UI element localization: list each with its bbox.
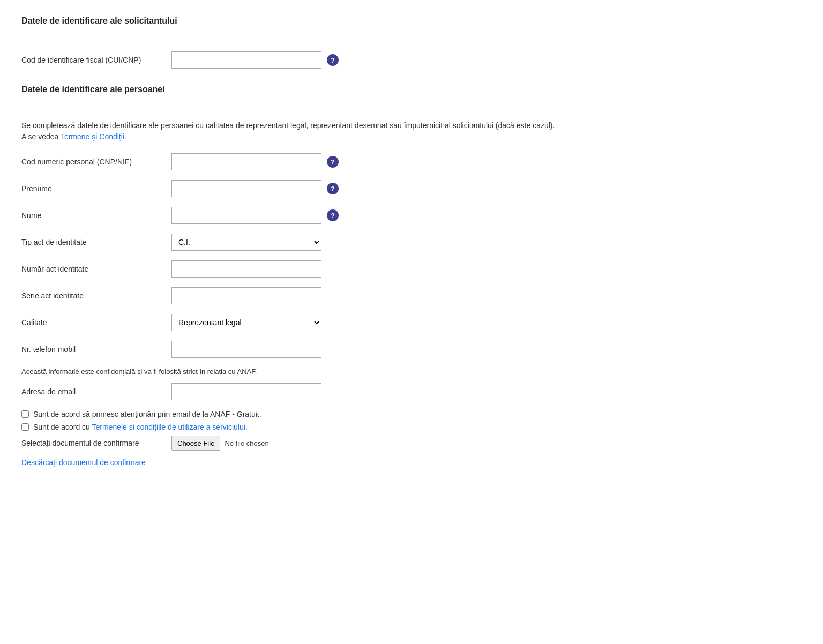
section-solicitant: Datele de identificare ale solicitantulu… [21, 16, 802, 69]
serie-act-input[interactable] [171, 287, 321, 304]
checkbox2-label: Sunt de acord cu Termenele și condițiile… [33, 423, 248, 431]
cui-cnp-row: Cod de identificare fiscal (CUI/CNP) ? [21, 51, 802, 69]
section-persoana: Datele de identificare ale persoanei Se … [21, 85, 802, 467]
description-link-prefix: A se vedea [21, 132, 61, 141]
no-file-text: No file chosen [225, 439, 268, 447]
choose-file-button[interactable]: Choose File [171, 436, 220, 451]
serie-act-row: Serie act identitate [21, 287, 802, 304]
telefon-label: Nr. telefon mobil [21, 345, 171, 354]
checkbox-terms[interactable] [21, 423, 29, 431]
serie-act-label: Serie act identitate [21, 291, 171, 300]
email-label: Adresa de email [21, 387, 171, 396]
nume-row: Nume ? [21, 207, 802, 224]
prenume-help-icon[interactable]: ? [327, 183, 339, 194]
email-input[interactable] [171, 383, 321, 400]
cui-cnp-help-icon[interactable]: ? [327, 54, 339, 66]
email-row: Adresa de email [21, 383, 802, 400]
cui-cnp-input[interactable] [171, 51, 321, 69]
section-solicitant-title: Datele de identificare ale solicitantulu… [21, 16, 802, 28]
nume-help-icon[interactable]: ? [327, 209, 339, 221]
tip-act-row: Tip act de identitate C.I. Pașaport Alt … [21, 234, 802, 251]
nume-label: Nume [21, 211, 171, 220]
telefon-row: Nr. telefon mobil [21, 341, 802, 358]
telefon-input[interactable] [171, 341, 321, 358]
nume-input[interactable] [171, 207, 321, 224]
cnp-nif-input[interactable] [171, 153, 321, 170]
prenume-label: Prenume [21, 184, 171, 193]
calitate-select[interactable]: Reprezentant legal Reprezentant desemnat… [171, 314, 321, 331]
file-input-wrapper: Choose File No file chosen [171, 436, 269, 451]
tip-act-label: Tip act de identitate [21, 238, 171, 246]
file-upload-row: Selectați documentul de confirmare Choos… [21, 436, 802, 451]
prenume-input[interactable] [171, 180, 321, 197]
section-description: Se completează datele de identificare al… [21, 120, 802, 143]
numar-act-row: Număr act identitate [21, 260, 802, 278]
section-persoana-title: Datele de identificare ale persoanei [21, 85, 802, 96]
file-upload-label: Selectați documentul de confirmare [21, 439, 171, 447]
calitate-label: Calitate [21, 318, 171, 327]
checkbox1-label: Sunt de acord să primesc atenționări pri… [33, 410, 261, 418]
cnp-nif-row: Cod numeric personal (CNP/NIF) ? [21, 153, 802, 170]
checkbox2-row: Sunt de acord cu Termenele și condițiile… [21, 423, 802, 431]
download-document-link[interactable]: Descărcați documentul de confirmare [21, 458, 146, 467]
prenume-row: Prenume ? [21, 180, 802, 197]
numar-act-label: Număr act identitate [21, 265, 171, 273]
tip-act-select[interactable]: C.I. Pașaport Alt document [171, 234, 321, 251]
checkbox1-row: Sunt de acord să primesc atenționări pri… [21, 410, 802, 418]
termeni-conditii-link[interactable]: Termene și Condiții. [61, 132, 126, 141]
calitate-row: Calitate Reprezentant legal Reprezentant… [21, 314, 802, 331]
cnp-nif-label: Cod numeric personal (CNP/NIF) [21, 158, 171, 166]
phone-info-text: Această informație este confidențială și… [21, 368, 802, 376]
checkbox-email-notifications[interactable] [21, 410, 29, 418]
cnp-nif-help-icon[interactable]: ? [327, 156, 339, 168]
terms-link[interactable]: Termenele și condițiile de utilizare a s… [92, 423, 247, 431]
numar-act-input[interactable] [171, 260, 321, 278]
cui-cnp-label: Cod de identificare fiscal (CUI/CNP) [21, 56, 171, 64]
